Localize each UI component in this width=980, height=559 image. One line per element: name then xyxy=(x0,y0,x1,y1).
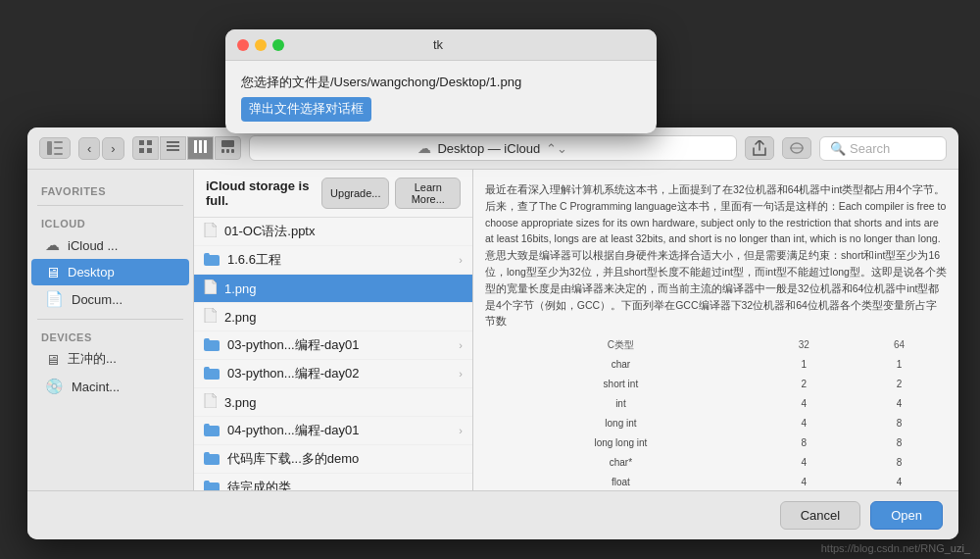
file-item[interactable]: 代码库下载...多的demo xyxy=(194,445,472,474)
file-icon xyxy=(204,337,220,354)
cloud-icon: ☁ xyxy=(417,140,431,156)
file-item[interactable]: 2.png xyxy=(194,303,472,331)
file-name: 01-OC语法.pptx xyxy=(224,223,463,240)
svg-rect-3 xyxy=(54,153,63,155)
tag-button[interactable] xyxy=(782,137,811,159)
sidebar-item-label: iCloud ... xyxy=(68,238,118,253)
file-item[interactable]: 04-python...编程-day01› xyxy=(194,417,472,445)
table-cell: 4 xyxy=(757,473,852,490)
icloud-label: iCloud xyxy=(27,212,193,231)
sidebar-item-documents[interactable]: 📄 Docum... xyxy=(31,285,189,313)
notify-body: 您选择的文件是/Users/wangchong/Desktop/1.png 弹出… xyxy=(225,61,657,133)
forward-button[interactable]: › xyxy=(102,137,123,160)
notify-window: tk 您选择的文件是/Users/wangchong/Desktop/1.png… xyxy=(225,29,657,133)
svg-rect-6 xyxy=(139,148,144,153)
file-item[interactable]: 1.6.6工程› xyxy=(194,246,472,275)
cancel-button[interactable]: Cancel xyxy=(780,501,860,530)
notify-titlebar: tk xyxy=(225,29,657,61)
file-name: 1.6.6工程 xyxy=(227,251,451,269)
location-text: Desktop — iCloud xyxy=(437,141,540,156)
table-cell: 2 xyxy=(757,375,852,394)
table-header: 32 xyxy=(757,335,852,355)
table-cell: 8 xyxy=(852,433,947,453)
file-item[interactable]: 01-OC语法.pptx xyxy=(194,218,472,246)
dialog-toolbar: ‹ › ☁ Desktop — iCloud ⌃⌄ xyxy=(27,127,958,170)
file-dialog: ‹ › ☁ Desktop — iCloud ⌃⌄ xyxy=(27,127,958,539)
file-icon xyxy=(204,280,217,297)
file-arrow-icon: › xyxy=(459,254,463,266)
svg-rect-5 xyxy=(147,140,152,145)
column-view-button[interactable] xyxy=(187,136,214,160)
preview-paragraph: 最近在看深入理解计算机系统这本书，上面提到了在32位机器和64机器中int类型都… xyxy=(485,181,947,330)
table-header: 64 xyxy=(852,335,947,355)
sidebar-item-label: 王冲的... xyxy=(68,350,117,368)
search-label: Search xyxy=(850,141,890,156)
svg-rect-16 xyxy=(226,149,229,153)
sidebar-item-label: Docum... xyxy=(72,292,122,307)
file-item[interactable]: 待完成的类 xyxy=(194,474,472,490)
sidebar-item-macintosh[interactable]: 💿 Macint... xyxy=(31,373,189,400)
preview-area: 最近在看深入理解计算机系统这本书，上面提到了在32位机器和64机器中int类型都… xyxy=(473,170,958,490)
table-row: long long int88 xyxy=(485,433,947,453)
sidebar-toggle-button[interactable] xyxy=(39,137,71,159)
share-button[interactable] xyxy=(745,136,774,160)
devices-divider xyxy=(37,319,183,320)
table-cell: char xyxy=(485,355,757,375)
learn-more-button[interactable]: Learn More... xyxy=(395,178,461,209)
view-mode-buttons xyxy=(132,136,241,160)
list-view-button[interactable] xyxy=(160,136,186,160)
icloud-icon: ☁ xyxy=(45,236,60,254)
file-item[interactable]: 1.png xyxy=(194,275,472,303)
url-bar: https://blog.csdn.net/RNG_uzi_ xyxy=(821,542,970,554)
file-icon xyxy=(204,451,220,468)
dialog-content: Favorites iCloud ☁ iCloud ... 🖥 Desktop … xyxy=(27,170,958,490)
location-chevron: ⌃⌄ xyxy=(546,141,567,156)
table-cell: int xyxy=(485,394,757,414)
table-cell: 4 xyxy=(852,394,947,414)
file-list: 01-OC语法.pptx1.6.6工程›1.png2.png03-python.… xyxy=(194,218,472,490)
table-cell: 8 xyxy=(852,453,947,473)
table-cell: long int xyxy=(485,414,757,433)
gallery-view-button[interactable] xyxy=(215,136,241,160)
sidebar-item-icloud-drive[interactable]: ☁ iCloud ... xyxy=(31,231,189,259)
macintosh-icon: 💿 xyxy=(45,378,64,395)
table-cell: char* xyxy=(485,453,757,473)
file-item[interactable]: 03-python...编程-day02› xyxy=(194,360,472,388)
table-row: float44 xyxy=(485,473,947,490)
svg-rect-12 xyxy=(199,140,202,153)
sidebar-item-desktop[interactable]: 🖥 Desktop xyxy=(31,259,189,285)
svg-rect-8 xyxy=(167,141,179,143)
svg-rect-0 xyxy=(47,141,52,155)
upgrade-button[interactable]: Upgrade... xyxy=(321,178,389,209)
preview-text: 最近在看深入理解计算机系统这本书，上面提到了在32位机器和64机器中int类型都… xyxy=(485,181,947,490)
search-bar[interactable]: 🔍 Search xyxy=(819,136,947,161)
back-button[interactable]: ‹ xyxy=(78,137,100,160)
svg-rect-10 xyxy=(167,149,179,151)
favorites-divider xyxy=(37,205,183,206)
svg-rect-7 xyxy=(147,148,152,153)
table-cell: 4 xyxy=(757,453,852,473)
file-icon xyxy=(204,366,220,382)
svg-rect-14 xyxy=(221,140,234,147)
svg-rect-4 xyxy=(139,140,144,145)
sidebar: Favorites iCloud ☁ iCloud ... 🖥 Desktop … xyxy=(27,170,194,490)
favorites-label: Favorites xyxy=(27,179,193,199)
icon-view-button[interactable] xyxy=(132,136,159,160)
sidebar-item-wang-device[interactable]: 🖥 王冲的... xyxy=(31,345,189,373)
table-header: C类型 xyxy=(485,335,757,355)
sidebar-item-label: Macint... xyxy=(72,380,120,394)
svg-rect-2 xyxy=(54,147,63,149)
file-arrow-icon: › xyxy=(459,368,463,380)
svg-rect-13 xyxy=(204,140,207,153)
file-name: 代码库下载...多的demo xyxy=(227,450,463,468)
location-bar[interactable]: ☁ Desktop — iCloud ⌃⌄ xyxy=(249,135,737,161)
dialog-bottom: Cancel Open xyxy=(27,490,958,539)
open-button[interactable]: Open xyxy=(870,501,943,530)
file-item[interactable]: 03-python...编程-day01› xyxy=(194,331,472,360)
table-cell: long long int xyxy=(485,433,757,453)
file-icon xyxy=(204,252,220,269)
file-name: 1.png xyxy=(224,281,463,296)
svg-rect-1 xyxy=(54,141,63,143)
file-arrow-icon: › xyxy=(459,425,463,436)
file-item[interactable]: 3.png xyxy=(194,388,472,417)
